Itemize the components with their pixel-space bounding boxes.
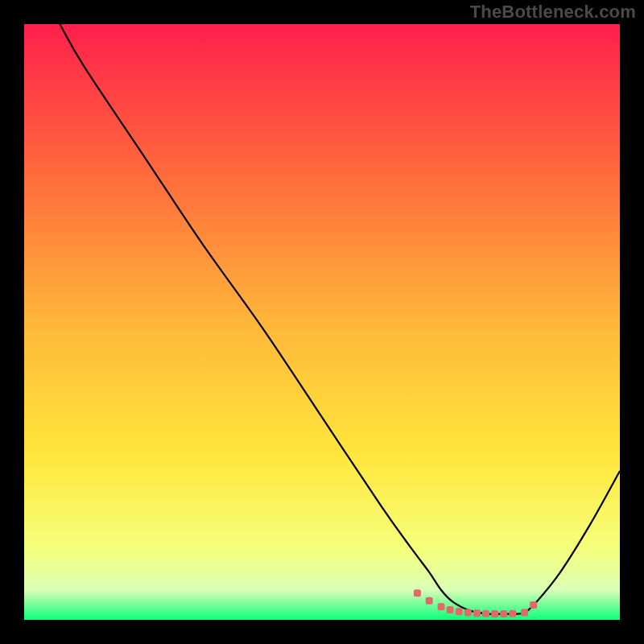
marker-dot bbox=[530, 601, 537, 609]
marker-dot bbox=[414, 589, 421, 597]
marker-dot bbox=[491, 610, 498, 617]
marker-dot bbox=[482, 610, 489, 617]
gradient-background bbox=[24, 24, 620, 620]
marker-dot bbox=[473, 609, 481, 617]
plot-svg bbox=[24, 24, 620, 620]
marker-dot bbox=[521, 609, 528, 617]
marker-dot bbox=[500, 610, 507, 617]
marker-dot bbox=[447, 606, 454, 613]
plot-area bbox=[24, 24, 620, 620]
watermark-text: TheBottleneck.com bbox=[470, 2, 636, 23]
marker-dot bbox=[456, 608, 463, 615]
chart-stage: TheBottleneck.com bbox=[0, 0, 644, 644]
marker-dot bbox=[509, 610, 516, 617]
marker-dot bbox=[438, 603, 445, 610]
marker-dot bbox=[464, 609, 472, 617]
marker-dot bbox=[426, 597, 433, 605]
